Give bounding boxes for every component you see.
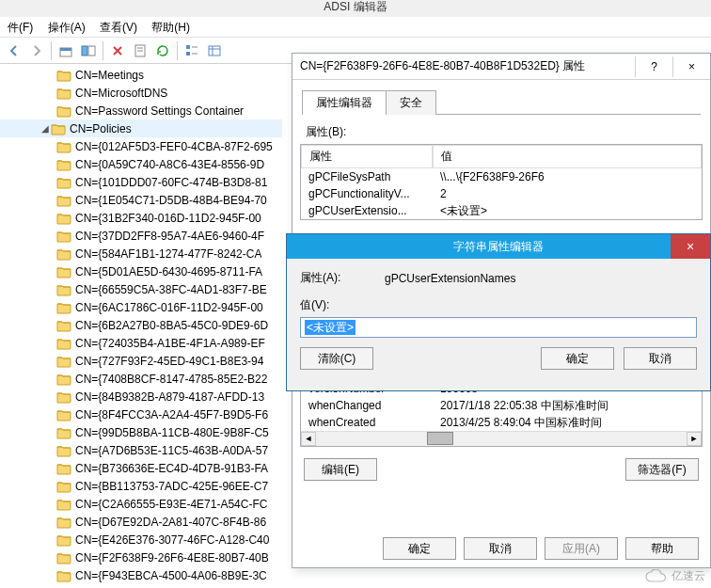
menu-action[interactable]: 操作(A): [42, 17, 91, 38]
properties-button[interactable]: [130, 40, 150, 61]
svg-rect-11: [209, 46, 220, 56]
folder-icon: [56, 498, 71, 511]
expand-arrow-icon[interactable]: ◢: [40, 123, 51, 134]
string-editor-title: 字符串属性编辑器: [453, 239, 544, 255]
scroll-right-icon[interactable]: ►: [687, 432, 702, 446]
menu-view[interactable]: 查看(V): [94, 17, 143, 38]
ok-button[interactable]: 确定: [541, 347, 614, 370]
help-button[interactable]: ?: [635, 56, 672, 77]
attr-row[interactable]: gPCFunctionalityV...2: [301, 185, 702, 202]
tree-item[interactable]: CN={F943EBCA-4500-4A06-8B9E-3C: [0, 566, 282, 584]
tree-item[interactable]: CN={101DDD07-60FC-474B-B3D8-81: [0, 173, 282, 191]
h-scrollbar[interactable]: ◄ ►: [301, 431, 702, 446]
tree-item[interactable]: CN=Meetings: [0, 66, 282, 84]
delete-button[interactable]: [107, 40, 128, 61]
tree-item[interactable]: CN={727F93F2-45ED-49C1-B8E3-94: [0, 352, 282, 370]
tab-strip: 属性编辑器 安全: [302, 89, 701, 115]
tree-item-label: CN={A7D6B53E-11C5-463B-A0DA-57: [75, 444, 268, 457]
tree-item[interactable]: CN={E426E376-3077-46FC-A128-C40: [0, 531, 282, 548]
tree-item[interactable]: CN={A7D6B53E-11C5-463B-A0DA-57: [0, 441, 282, 459]
tree-item-label: CN={B736636E-EC4D-4D7B-91B3-FA: [75, 462, 268, 475]
svg-rect-3: [88, 46, 95, 56]
tree-item[interactable]: CN={84B9382B-A879-4187-AFDD-13: [0, 388, 282, 405]
menu-help[interactable]: 帮助(H): [146, 17, 196, 38]
view-icons-button[interactable]: [182, 40, 202, 61]
tree-item[interactable]: CN={6AC1786C-016F-11D2-945F-00: [0, 298, 282, 316]
forward-button[interactable]: [26, 40, 47, 61]
edit-button[interactable]: 编辑(E): [304, 458, 377, 481]
tree-item[interactable]: CN={C2A66555-E93E-4E71-A54C-FC: [0, 495, 282, 513]
tree-item[interactable]: CN={7408B8CF-8147-4785-85E2-B22: [0, 370, 282, 388]
attr-row[interactable]: gPCFileSysPath\\...\{F2F638F9-26F6: [301, 168, 702, 185]
close-button[interactable]: ×: [672, 56, 710, 77]
tree-item[interactable]: CN={BB113753-7ADC-425E-96EE-C7: [0, 477, 282, 495]
tree-item-label: CN={724035B4-A1BE-4F1A-A989-EF: [75, 337, 265, 350]
folder-icon: [56, 283, 71, 296]
tree-item[interactable]: CN={F2F638F9-26F6-4E8E-80B7-40B: [0, 548, 282, 566]
string-editor-buttons: 清除(C) 确定 取消: [300, 347, 697, 370]
ok-button[interactable]: 确定: [383, 537, 456, 560]
tree-item-label: CN=Meetings: [75, 69, 144, 82]
tree-item[interactable]: CN={0A59C740-A8C6-43E4-8556-9D: [0, 155, 282, 173]
string-editor-title-bar[interactable]: 字符串属性编辑器 ×: [287, 234, 710, 259]
cancel-button[interactable]: 取消: [464, 537, 537, 560]
tree-item[interactable]: CN=Password Settings Container: [0, 102, 282, 119]
refresh-button[interactable]: [152, 40, 173, 61]
attributes-label: 属性(B):: [306, 124, 697, 140]
tree-item[interactable]: CN={1E054C71-D5DB-48B4-BE94-70: [0, 191, 282, 209]
folder-icon: [56, 104, 71, 118]
tree-item[interactable]: CN={584AF1B1-1274-477F-8242-CA: [0, 245, 282, 262]
tree-view[interactable]: CN=MeetingsCN=MicrosoftDNSCN=Password Se…: [0, 64, 282, 588]
tab-attribute-editor[interactable]: 属性编辑器: [302, 90, 387, 115]
back-button[interactable]: [4, 40, 24, 61]
attr-row[interactable]: whenCreated2013/4/25 8:49:04 中国标准时间: [301, 414, 702, 431]
up-button[interactable]: [55, 40, 76, 61]
tree-item[interactable]: CN={31B2F340-016D-11D2-945F-00: [0, 209, 282, 227]
close-button[interactable]: ×: [671, 234, 710, 259]
tree-item[interactable]: CN={37DD2FF8-95A7-4AE6-9460-4F: [0, 227, 282, 245]
tab-security[interactable]: 安全: [386, 90, 436, 115]
attr-label: 属性(A):: [300, 270, 385, 286]
help-button[interactable]: 帮助: [625, 537, 699, 560]
tree-item[interactable]: CN={66559C5A-38FC-4AD1-83F7-BE: [0, 280, 282, 298]
attr-row[interactable]: gPCUserExtensio...<未设置>: [301, 202, 702, 219]
scroll-left-icon[interactable]: ◄: [301, 432, 316, 446]
apply-button[interactable]: 应用(A): [545, 537, 618, 560]
tree-item[interactable]: CN={6B2A27B0-8BA5-45C0-9DE9-6D: [0, 316, 282, 334]
filter-button[interactable]: 筛选器(F): [625, 458, 699, 481]
tree-item[interactable]: CN=MicrosoftDNS: [0, 84, 282, 102]
folder-icon: [56, 516, 71, 529]
separator: [103, 41, 103, 60]
scroll-track[interactable]: [316, 432, 687, 446]
tree-item-label: CN={5D01AE5D-6430-4695-8711-FA: [75, 265, 262, 278]
tree-item[interactable]: CN={99D5B8BA-11CB-480E-9B8F-C5: [0, 423, 282, 441]
cancel-button[interactable]: 取消: [624, 347, 697, 370]
tree-item[interactable]: ◢CN=Policies: [0, 119, 282, 137]
attribute-table[interactable]: 属性 值 gPCFileSysPath\\...\{F2F638F9-26F6g…: [300, 144, 703, 220]
tree-item[interactable]: CN={724035B4-A1BE-4F1A-A989-EF: [0, 334, 282, 352]
tree-item[interactable]: CN={5D01AE5D-6430-4695-8711-FA: [0, 262, 282, 280]
tree-item[interactable]: CN={8F4FCC3A-A2A4-45F7-B9D5-F6: [0, 405, 282, 423]
attr-row[interactable]: whenChanged2017/1/18 22:05:38 中国标准时间: [301, 397, 702, 414]
menu-file[interactable]: 件(F): [2, 17, 39, 38]
attr-field: 属性(A): gPCUserExtensionNames: [300, 270, 697, 286]
tree-item-label: CN=MicrosoftDNS: [75, 87, 167, 100]
folder-icon: [56, 462, 71, 475]
clear-button[interactable]: 清除(C): [300, 347, 373, 370]
folder-icon: [56, 87, 71, 100]
tree-item[interactable]: CN={D67E92DA-2A81-407C-8F4B-86: [0, 513, 282, 531]
folder-icon: [56, 373, 71, 386]
view-details-button[interactable]: [204, 40, 225, 61]
tree-item-label: CN={101DDD07-60FC-474B-B3D8-81: [75, 176, 267, 189]
tree-item[interactable]: CN={B736636E-EC4D-4D7B-91B3-FA: [0, 459, 282, 477]
dialog-title-bar[interactable]: CN={F2F638F9-26F6-4E8E-80B7-40B8F1D532ED…: [292, 54, 710, 80]
show-pane-button[interactable]: [78, 40, 99, 61]
tree-item-label: CN={584AF1B1-1274-477F-8242-CA: [75, 247, 261, 261]
scroll-thumb[interactable]: [427, 432, 453, 445]
col-name[interactable]: 属性: [301, 145, 433, 168]
table-header: 属性 值: [301, 145, 702, 168]
tree-item-label: CN={D67E92DA-2A81-407C-8F4B-86: [75, 516, 266, 529]
col-value[interactable]: 值: [433, 145, 702, 168]
tree-item[interactable]: CN={012AF5D3-FEF0-4CBA-87F2-695: [0, 137, 282, 155]
value-input[interactable]: <未设置>: [300, 317, 697, 338]
